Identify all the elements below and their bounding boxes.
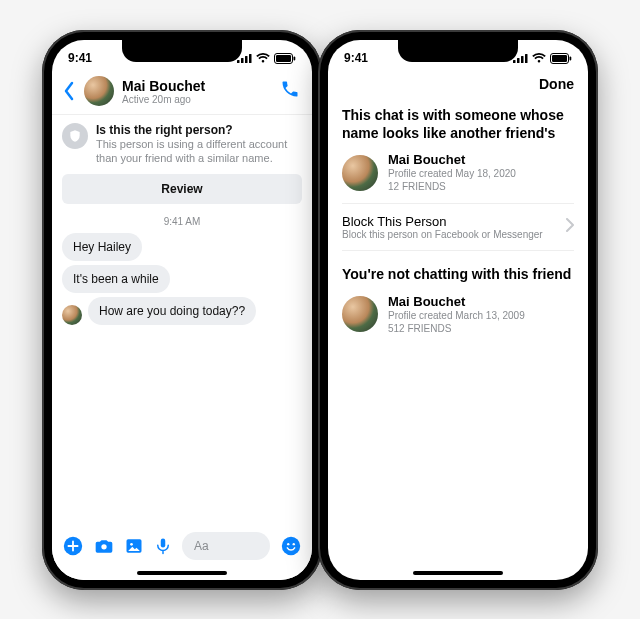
notch: [398, 40, 518, 62]
emoji-icon[interactable]: [280, 535, 302, 557]
section-suspect: This chat is with someone whose name loo…: [328, 100, 588, 347]
message-input[interactable]: Aa: [182, 532, 270, 560]
add-icon[interactable]: [62, 535, 84, 557]
banner-title: Is this the right person?: [96, 123, 302, 137]
wifi-icon: [256, 53, 270, 63]
message-bubble: Hey Hailey: [62, 233, 142, 261]
person-row[interactable]: Mai Bouchet Profile created May 18, 2020…: [342, 152, 574, 193]
svg-rect-17: [521, 56, 524, 63]
person-created: Profile created May 18, 2020: [388, 167, 516, 180]
home-indicator[interactable]: [137, 571, 227, 575]
person-friends: 12 FRIENDS: [388, 180, 516, 193]
phone-left: 9:41: [42, 30, 322, 590]
status-time: 9:41: [344, 51, 368, 65]
photo-icon[interactable]: [124, 536, 144, 556]
svg-rect-5: [276, 55, 291, 62]
svg-rect-2: [245, 56, 248, 63]
person-avatar: [342, 296, 378, 332]
banner-text: Is this the right person? This person is…: [96, 123, 302, 166]
message-row: How are you doing today??: [62, 297, 302, 325]
person-created: Profile created March 13, 2009: [388, 309, 525, 322]
home-indicator[interactable]: [413, 571, 503, 575]
screen-chat: 9:41: [52, 40, 312, 580]
person-name: Mai Bouchet: [388, 294, 525, 309]
status-time: 9:41: [68, 51, 92, 65]
message-list: Hey Hailey It's been a while How are you…: [52, 233, 312, 325]
block-sub: Block this person on Facebook or Messeng…: [342, 229, 543, 240]
svg-rect-3: [249, 54, 252, 63]
message-avatar[interactable]: [62, 305, 82, 325]
battery-icon: [550, 53, 572, 64]
svg-point-12: [282, 537, 300, 555]
details-header: Done: [328, 70, 588, 100]
svg-rect-21: [570, 56, 572, 60]
status-right: [513, 53, 572, 64]
chat-header: Mai Bouchet Active 20m ago: [52, 70, 312, 115]
review-button[interactable]: Review: [62, 174, 302, 204]
person-friends: 512 FRIENDS: [388, 322, 525, 335]
svg-rect-11: [161, 539, 166, 548]
camera-icon[interactable]: [94, 536, 114, 556]
person-row[interactable]: Mai Bouchet Profile created March 13, 20…: [342, 294, 574, 335]
done-button[interactable]: Done: [539, 76, 574, 92]
wifi-icon: [532, 53, 546, 63]
mic-icon[interactable]: [154, 536, 172, 556]
svg-rect-0: [237, 60, 240, 63]
section-heading: This chat is with someone whose name loo…: [342, 106, 574, 142]
battery-icon: [274, 53, 296, 64]
svg-rect-16: [517, 58, 520, 63]
person-avatar: [342, 155, 378, 191]
phone-right: 9:41 Done This chat is with som: [318, 30, 598, 590]
banner-body: This person is using a different account…: [96, 137, 302, 166]
chat-avatar[interactable]: [84, 76, 114, 106]
call-button[interactable]: [280, 79, 300, 103]
screen-details: 9:41 Done This chat is with som: [328, 40, 588, 580]
status-right: [237, 53, 296, 64]
svg-point-14: [293, 543, 295, 545]
person-name: Mai Bouchet: [388, 152, 516, 167]
shield-icon: [62, 123, 88, 149]
chat-subtitle: Active 20m ago: [122, 94, 272, 105]
block-title: Block This Person: [342, 214, 543, 229]
message-placeholder: Aa: [194, 539, 209, 553]
chat-title: Mai Bouchet: [122, 78, 272, 94]
safety-banner: Is this the right person? This person is…: [62, 123, 302, 166]
message-bubble: How are you doing today??: [88, 297, 256, 325]
svg-rect-20: [552, 55, 567, 62]
svg-rect-18: [525, 54, 528, 63]
message-bubble: It's been a while: [62, 265, 170, 293]
chevron-right-icon: [566, 218, 574, 236]
time-separator: 9:41 AM: [52, 216, 312, 227]
section-heading: You're not chatting with this friend: [342, 265, 574, 283]
block-row[interactable]: Block This Person Block this person on F…: [342, 203, 574, 251]
back-button[interactable]: [62, 81, 76, 101]
svg-rect-15: [513, 60, 516, 63]
chat-title-block[interactable]: Mai Bouchet Active 20m ago: [122, 78, 272, 105]
svg-point-13: [287, 543, 289, 545]
notch: [122, 40, 242, 62]
svg-rect-6: [294, 56, 296, 60]
svg-rect-1: [241, 58, 244, 63]
svg-point-8: [101, 544, 106, 549]
svg-point-10: [130, 543, 133, 546]
